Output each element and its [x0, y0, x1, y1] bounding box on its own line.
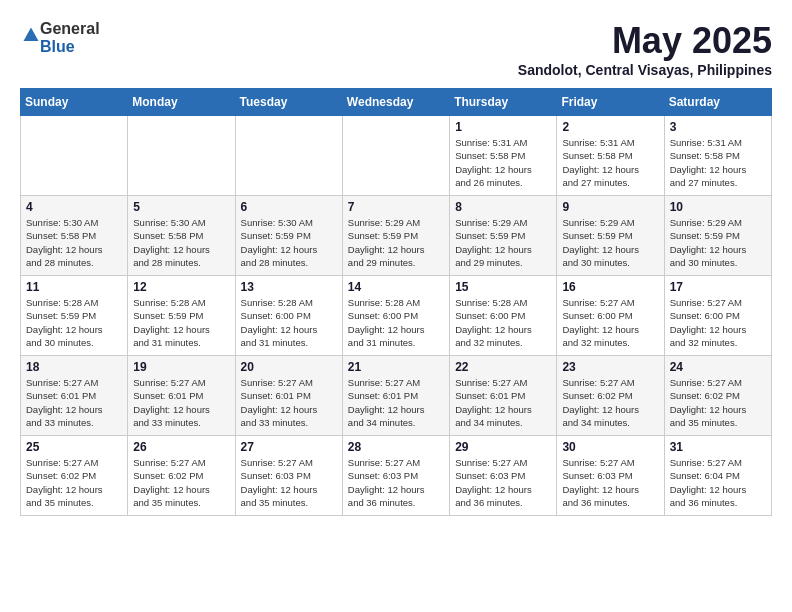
month-title: May 2025: [518, 20, 772, 62]
day-number: 18: [26, 360, 122, 374]
day-number: 20: [241, 360, 337, 374]
day-number: 31: [670, 440, 766, 454]
calendar-cell: 25Sunrise: 5:27 AMSunset: 6:02 PMDayligh…: [21, 436, 128, 516]
calendar-cell: 24Sunrise: 5:27 AMSunset: 6:02 PMDayligh…: [664, 356, 771, 436]
calendar-cell: 2Sunrise: 5:31 AMSunset: 5:58 PMDaylight…: [557, 116, 664, 196]
weekday-header: Saturday: [664, 89, 771, 116]
calendar-cell: 9Sunrise: 5:29 AMSunset: 5:59 PMDaylight…: [557, 196, 664, 276]
svg-marker-0: [24, 27, 39, 41]
day-info: Sunrise: 5:28 AMSunset: 5:59 PMDaylight:…: [133, 296, 229, 349]
calendar-row: 25Sunrise: 5:27 AMSunset: 6:02 PMDayligh…: [21, 436, 772, 516]
day-number: 8: [455, 200, 551, 214]
weekday-header: Thursday: [450, 89, 557, 116]
weekday-row: SundayMondayTuesdayWednesdayThursdayFrid…: [21, 89, 772, 116]
day-info: Sunrise: 5:27 AMSunset: 6:02 PMDaylight:…: [26, 456, 122, 509]
calendar-cell: 7Sunrise: 5:29 AMSunset: 5:59 PMDaylight…: [342, 196, 449, 276]
day-info: Sunrise: 5:31 AMSunset: 5:58 PMDaylight:…: [670, 136, 766, 189]
day-info: Sunrise: 5:29 AMSunset: 5:59 PMDaylight:…: [348, 216, 444, 269]
day-info: Sunrise: 5:28 AMSunset: 6:00 PMDaylight:…: [348, 296, 444, 349]
day-info: Sunrise: 5:27 AMSunset: 6:04 PMDaylight:…: [670, 456, 766, 509]
day-info: Sunrise: 5:27 AMSunset: 6:02 PMDaylight:…: [670, 376, 766, 429]
day-info: Sunrise: 5:28 AMSunset: 5:59 PMDaylight:…: [26, 296, 122, 349]
logo-general: General: [40, 20, 100, 38]
calendar-cell: 28Sunrise: 5:27 AMSunset: 6:03 PMDayligh…: [342, 436, 449, 516]
calendar-cell: [128, 116, 235, 196]
day-info: Sunrise: 5:29 AMSunset: 5:59 PMDaylight:…: [670, 216, 766, 269]
day-number: 10: [670, 200, 766, 214]
calendar-cell: 16Sunrise: 5:27 AMSunset: 6:00 PMDayligh…: [557, 276, 664, 356]
calendar-cell: 8Sunrise: 5:29 AMSunset: 5:59 PMDaylight…: [450, 196, 557, 276]
calendar-cell: 18Sunrise: 5:27 AMSunset: 6:01 PMDayligh…: [21, 356, 128, 436]
day-number: 3: [670, 120, 766, 134]
day-info: Sunrise: 5:28 AMSunset: 6:00 PMDaylight:…: [455, 296, 551, 349]
day-number: 11: [26, 280, 122, 294]
day-info: Sunrise: 5:27 AMSunset: 6:01 PMDaylight:…: [241, 376, 337, 429]
calendar-cell: 13Sunrise: 5:28 AMSunset: 6:00 PMDayligh…: [235, 276, 342, 356]
day-info: Sunrise: 5:31 AMSunset: 5:58 PMDaylight:…: [455, 136, 551, 189]
calendar-cell: 30Sunrise: 5:27 AMSunset: 6:03 PMDayligh…: [557, 436, 664, 516]
calendar-cell: [235, 116, 342, 196]
calendar-cell: 23Sunrise: 5:27 AMSunset: 6:02 PMDayligh…: [557, 356, 664, 436]
day-number: 12: [133, 280, 229, 294]
day-info: Sunrise: 5:27 AMSunset: 6:03 PMDaylight:…: [348, 456, 444, 509]
day-number: 27: [241, 440, 337, 454]
weekday-header: Monday: [128, 89, 235, 116]
weekday-header: Tuesday: [235, 89, 342, 116]
day-number: 30: [562, 440, 658, 454]
day-number: 9: [562, 200, 658, 214]
calendar-cell: 15Sunrise: 5:28 AMSunset: 6:00 PMDayligh…: [450, 276, 557, 356]
logo-blue: Blue: [40, 38, 100, 56]
logo-icon: [22, 26, 40, 44]
day-info: Sunrise: 5:27 AMSunset: 6:00 PMDaylight:…: [670, 296, 766, 349]
day-info: Sunrise: 5:31 AMSunset: 5:58 PMDaylight:…: [562, 136, 658, 189]
day-number: 5: [133, 200, 229, 214]
day-info: Sunrise: 5:29 AMSunset: 5:59 PMDaylight:…: [455, 216, 551, 269]
calendar-cell: 11Sunrise: 5:28 AMSunset: 5:59 PMDayligh…: [21, 276, 128, 356]
day-number: 1: [455, 120, 551, 134]
day-number: 2: [562, 120, 658, 134]
weekday-header: Friday: [557, 89, 664, 116]
calendar-cell: 10Sunrise: 5:29 AMSunset: 5:59 PMDayligh…: [664, 196, 771, 276]
day-info: Sunrise: 5:29 AMSunset: 5:59 PMDaylight:…: [562, 216, 658, 269]
day-info: Sunrise: 5:27 AMSunset: 6:01 PMDaylight:…: [348, 376, 444, 429]
weekday-header: Sunday: [21, 89, 128, 116]
day-info: Sunrise: 5:27 AMSunset: 6:03 PMDaylight:…: [241, 456, 337, 509]
calendar-cell: 26Sunrise: 5:27 AMSunset: 6:02 PMDayligh…: [128, 436, 235, 516]
calendar-header: SundayMondayTuesdayWednesdayThursdayFrid…: [21, 89, 772, 116]
day-number: 16: [562, 280, 658, 294]
day-info: Sunrise: 5:30 AMSunset: 5:58 PMDaylight:…: [133, 216, 229, 269]
day-number: 15: [455, 280, 551, 294]
day-info: Sunrise: 5:27 AMSunset: 6:01 PMDaylight:…: [133, 376, 229, 429]
day-info: Sunrise: 5:27 AMSunset: 6:02 PMDaylight:…: [133, 456, 229, 509]
day-number: 7: [348, 200, 444, 214]
calendar-cell: 5Sunrise: 5:30 AMSunset: 5:58 PMDaylight…: [128, 196, 235, 276]
calendar-row: 18Sunrise: 5:27 AMSunset: 6:01 PMDayligh…: [21, 356, 772, 436]
day-number: 13: [241, 280, 337, 294]
calendar-cell: 14Sunrise: 5:28 AMSunset: 6:00 PMDayligh…: [342, 276, 449, 356]
weekday-header: Wednesday: [342, 89, 449, 116]
day-info: Sunrise: 5:27 AMSunset: 6:03 PMDaylight:…: [455, 456, 551, 509]
day-number: 22: [455, 360, 551, 374]
calendar-cell: 22Sunrise: 5:27 AMSunset: 6:01 PMDayligh…: [450, 356, 557, 436]
day-info: Sunrise: 5:30 AMSunset: 5:59 PMDaylight:…: [241, 216, 337, 269]
calendar-cell: 6Sunrise: 5:30 AMSunset: 5:59 PMDaylight…: [235, 196, 342, 276]
day-info: Sunrise: 5:28 AMSunset: 6:00 PMDaylight:…: [241, 296, 337, 349]
calendar-cell: 12Sunrise: 5:28 AMSunset: 5:59 PMDayligh…: [128, 276, 235, 356]
day-info: Sunrise: 5:27 AMSunset: 6:03 PMDaylight:…: [562, 456, 658, 509]
day-number: 24: [670, 360, 766, 374]
calendar-body: 1Sunrise: 5:31 AMSunset: 5:58 PMDaylight…: [21, 116, 772, 516]
calendar-cell: 31Sunrise: 5:27 AMSunset: 6:04 PMDayligh…: [664, 436, 771, 516]
calendar-cell: 27Sunrise: 5:27 AMSunset: 6:03 PMDayligh…: [235, 436, 342, 516]
day-number: 17: [670, 280, 766, 294]
calendar: SundayMondayTuesdayWednesdayThursdayFrid…: [20, 88, 772, 516]
day-number: 26: [133, 440, 229, 454]
day-number: 28: [348, 440, 444, 454]
calendar-cell: [21, 116, 128, 196]
logo-text: General Blue: [40, 20, 100, 55]
day-number: 14: [348, 280, 444, 294]
day-info: Sunrise: 5:27 AMSunset: 6:02 PMDaylight:…: [562, 376, 658, 429]
header: General Blue May 2025 Sandolot, Central …: [20, 20, 772, 78]
calendar-cell: 17Sunrise: 5:27 AMSunset: 6:00 PMDayligh…: [664, 276, 771, 356]
location: Sandolot, Central Visayas, Philippines: [518, 62, 772, 78]
day-number: 29: [455, 440, 551, 454]
